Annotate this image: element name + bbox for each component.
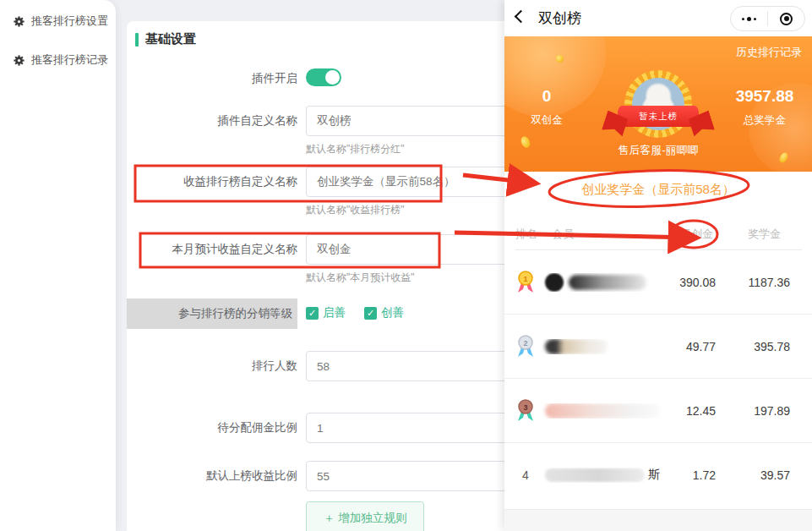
member-name-blurred	[538, 403, 660, 419]
section-accent-bar	[135, 33, 139, 47]
page: 推客排行榜设置 推客排行榜记录 基础设置 插件	[0, 0, 812, 531]
exit-icon[interactable]	[768, 13, 804, 25]
silver-medal-icon: 2	[515, 334, 536, 359]
dual-fund-value: 390.08	[660, 276, 716, 289]
dual-fund-value: 49.77	[660, 340, 716, 353]
field-label: 本月预计收益自定义名称	[127, 234, 297, 265]
total-scholarship-stat: 3957.88 总奖学金	[729, 87, 800, 128]
settings-panel: 基础设置 插件开启 插件自定义名称 默认名称"排行榜分红" 收益排行榜自定义名称…	[127, 21, 524, 531]
stat-label: 双创金	[521, 113, 572, 128]
form-row-distribution-levels: 参与排行榜的分销等级 ✓ 启善 ✓ 创善	[127, 298, 524, 329]
bronze-medal-icon: 3	[515, 398, 536, 424]
commission-ratio-input[interactable]	[306, 413, 514, 443]
table-header: 排名 会员 双创金 奖学金	[504, 227, 812, 249]
field-hint: 默认名称"本月预计收益"	[306, 271, 514, 285]
scholarship-value: 395.78	[716, 340, 790, 353]
table-row: 3 12.45 197.89	[504, 379, 812, 443]
scholarship-value: 197.89	[716, 404, 790, 418]
gear-icon	[14, 55, 25, 66]
member-name-visible-char: 斯	[648, 468, 660, 483]
phone-page-title: 双创榜	[538, 8, 581, 28]
income-rank-name-input[interactable]	[306, 167, 514, 197]
stat-value: 3957.88	[729, 87, 800, 106]
form-row-income-rank-name: 收益排行榜自定义名称 默认名称"收益排行榜"	[127, 167, 524, 217]
not-ranked-badge: 暂未上榜	[618, 106, 699, 127]
field-label: 默认上榜收益比例	[127, 461, 297, 491]
rank-number: 4	[522, 468, 529, 482]
field-label-highlighted: 参与排行榜的分销等级	[127, 298, 297, 329]
field-label: 排行人数	[127, 351, 297, 381]
my-dual-fund-stat: 0 双创金	[521, 87, 572, 128]
toggle-knob	[325, 70, 340, 85]
add-rule-button[interactable]: ＋ 增加独立规则	[306, 501, 424, 531]
form-row-commission-ratio: 待分配佣金比例	[127, 413, 524, 443]
sidebar-item-leaderboard-settings[interactable]: 推客排行榜设置	[0, 3, 116, 39]
medal-rank-number: 3	[523, 402, 527, 411]
level-checkbox-1[interactable]: ✓ 启善	[306, 305, 346, 320]
sidebar-item-label: 推客排行榜设置	[31, 14, 108, 29]
field-label: 收益排行榜自定义名称	[127, 167, 297, 197]
list-title: 创业奖学金（显示前58名）	[504, 182, 812, 198]
form-row-plugin-name: 插件自定义名称 默认名称"排行榜分红"	[127, 106, 524, 156]
stat-label: 总奖学金	[729, 113, 800, 128]
month-income-name-input[interactable]	[306, 234, 514, 265]
more-icon[interactable]	[731, 17, 767, 21]
medal-rank-number: 2	[523, 338, 527, 347]
banner: 历史排行记录 0 双创金 3957.88 总奖学金 暂未上榜 售后客服-丽唧唧	[504, 36, 812, 172]
form-row-add-rule: ＋ 增加独立规则	[127, 501, 524, 531]
field-label: 待分配佣金比例	[127, 413, 297, 443]
ranking-list: 1 390.08 1187.36 2	[504, 250, 812, 507]
scholarship-value: 39.57	[716, 468, 790, 482]
column-header-dual-fund: 双创金	[680, 227, 713, 242]
member-name-blurred	[538, 339, 660, 354]
sidebar-item-leaderboard-records[interactable]: 推客排行榜记录	[0, 42, 116, 78]
rank-count-input[interactable]	[306, 351, 514, 381]
member-name-blurred	[538, 273, 660, 292]
field-hint: 默认名称"排行榜分红"	[306, 142, 514, 156]
dual-fund-value: 1.72	[660, 468, 716, 482]
form-row-plugin-toggle: 插件开启	[127, 63, 524, 94]
gear-icon	[14, 16, 25, 27]
service-nickname: 售后客服-丽唧唧	[504, 143, 812, 158]
table-row: 2 49.77 395.78	[504, 315, 812, 379]
history-ranking-link[interactable]: 历史排行记录	[736, 45, 802, 60]
phone-footer-area	[504, 509, 812, 531]
miniprogram-capsule	[730, 6, 805, 31]
table-row: 4 斯 1.72 39.57	[504, 443, 812, 507]
column-header-member: 会员	[552, 227, 574, 242]
field-label: 插件自定义名称	[127, 106, 297, 136]
form-row-default-ratio: 默认上榜收益比例	[127, 461, 524, 491]
stat-value: 0	[521, 87, 572, 106]
dual-fund-value: 12.45	[660, 404, 716, 418]
phone-preview: 双创榜 历史排行记录 0 双创金 3957.88 总奖学金	[504, 0, 812, 531]
column-header-rank: 排名	[515, 227, 537, 242]
scholarship-value: 1187.36	[716, 276, 790, 289]
member-avatar-blurred	[545, 273, 564, 292]
back-icon[interactable]	[515, 10, 528, 24]
default-ratio-input[interactable]	[306, 461, 514, 491]
checkbox-checked-icon: ✓	[306, 307, 319, 320]
sidebar-item-label: 推客排行榜记录	[31, 52, 108, 68]
plugin-enabled-toggle[interactable]	[306, 68, 341, 86]
checkbox-label: 启善	[323, 305, 346, 320]
sidebar: 推客排行榜设置 推客排行榜记录	[0, 0, 116, 531]
field-label: 插件开启	[127, 63, 297, 94]
column-header-scholarship: 奖学金	[748, 227, 781, 242]
coin-icon	[556, 55, 564, 63]
member-name-blurred: 斯	[538, 468, 660, 483]
checkbox-checked-icon: ✓	[364, 307, 377, 320]
section-title: 基础设置	[145, 31, 196, 47]
section-header: 基础设置	[127, 21, 524, 47]
form-row-month-income-name: 本月预计收益自定义名称 默认名称"本月预计收益"	[127, 234, 524, 285]
medal-rank-number: 1	[523, 274, 527, 282]
checkbox-label: 创善	[381, 305, 404, 320]
level-checkbox-2[interactable]: ✓ 创善	[364, 305, 404, 320]
badge-label: 暂未上榜	[639, 111, 678, 123]
field-hint: 默认名称"收益排行榜"	[306, 203, 514, 217]
table-row: 1 390.08 1187.36	[504, 250, 812, 315]
gold-medal-icon: 1	[515, 270, 536, 295]
form-row-rank-count: 排行人数	[127, 351, 524, 381]
phone-navbar: 双创榜	[504, 0, 812, 36]
plugin-name-input[interactable]	[306, 106, 514, 136]
